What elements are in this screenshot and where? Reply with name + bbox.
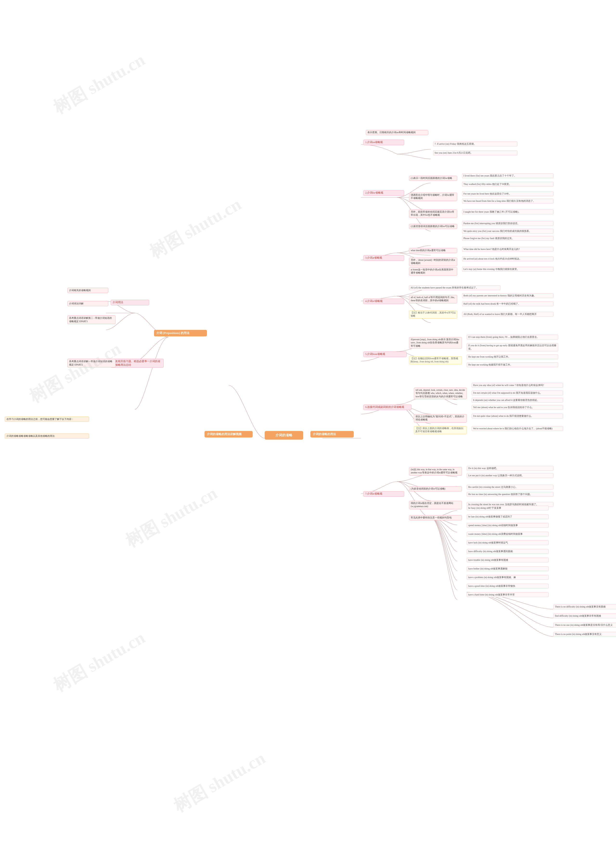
s3-3-ex1: Let's stay (at) home this evening 今晚我们就留… — [462, 267, 553, 272]
right-main-label: 介词的省略的用法 — [313, 432, 336, 436]
s2-1-ex2: They walked (for) fifty miles 他们走了50英里。 — [462, 182, 553, 187]
left-main-node: 介词的省略的用法讲解视频 — [204, 431, 253, 438]
s6-1: tell ask, depend, look, certain, clear, … — [414, 388, 467, 399]
s7-item-11: have a hard time (in) doing sth做某事非常辛苦 — [467, 592, 548, 597]
s5-note: 【注】在物以后到from通常不省略规，形势规则(keep...from doin… — [409, 356, 462, 364]
s2-1-ex1: I lived there (for) ten years 我在那儿住了十个年了… — [462, 173, 553, 178]
s7-1-ex2: Let me put it (in) another way 让我换另一种方式说… — [467, 473, 553, 478]
left-sub-1-1: 介词相关的省略规则 — [68, 288, 108, 293]
right-main-node: 介词的省略的用法 — [310, 431, 354, 438]
s4-1: all of, both of, half of等不用冠词的句子, like, … — [409, 295, 457, 303]
s1-ex1: 7. If arrive (on) Friday 我将抵达五星期。 — [433, 142, 517, 147]
s6-note-ex1: We're worried about where he is 我们担心他在什么… — [471, 426, 563, 431]
s7-4: 常见此类中要特别注意一些规则句型包 — [409, 515, 462, 520]
s6-1-ex2: I'm not certain (of) what I'm supposed t… — [471, 391, 563, 395]
s7-1-ex1: Do it (in) this way 这样做吧。 — [467, 466, 553, 471]
s5-1: if/prevent [stop]...from doing sth表示 某些介… — [409, 337, 462, 349]
left-branch-1: 介词用法 — [111, 300, 149, 305]
bottom-2: find difficulty (in) doing sth做某事非常有困难 — [553, 613, 616, 618]
bottom-3: There is no use (in) doing sth做某事是没有用/没什… — [553, 623, 616, 627]
s4-ex0: All (of) the students have passed the ex… — [409, 285, 501, 290]
s6-note: 【注】前以上面的介词的省略例，在其他如以及不可省后有省略规省略 — [414, 426, 467, 434]
s2-4: (2)某些形容词后面跟着的介词for可以省略 — [409, 224, 457, 229]
s2-1: (1)表示一段时间后面跟着的介词for省略 — [409, 176, 457, 181]
page-container: 树图 shutu.cn 树图 shutu.cn 树图 shutu.cn 树图 s… — [0, 0, 616, 868]
left-subfooter: 介词的省略省略省略省略以及其他省略的用法 — [5, 433, 89, 439]
s6-1-ex4: Tell me (about) what he said to you 告诉我他… — [471, 405, 563, 410]
s2-4-ex3: Please forgive me (for) my fault 请原谅我的过失… — [462, 236, 553, 241]
s1-desc: 表示星期、日期相关的介词on和时间省略规则 — [366, 130, 428, 135]
s2-3-ex1: I taught her for three years 我教了她三年 (不可以… — [462, 210, 553, 214]
s7-1: (in)以 this way, in that way, in the same… — [409, 467, 462, 476]
s6-2: 前以上以明确化为"疑问词+不定式"，其前的介词也省略规 — [414, 414, 467, 422]
s7-item-3: spend money [time] (in) doing sth花钱时间做某事 — [467, 523, 548, 528]
s7-item-8: have bother (in) doing sth做某事遇麻烦 — [467, 566, 548, 571]
s7-item-6: have difficulty (in) doing sth做某事遇到困难 — [467, 549, 548, 554]
connector-lines — [0, 0, 616, 868]
s5-1-ex1: If I can stop them (from) going there, I… — [467, 335, 558, 339]
s4-node: 4.介词of省略规 — [363, 299, 404, 304]
s7-2-ex2: He lost no time (in) answering the quest… — [467, 492, 553, 497]
s7-node: 7.介词in省略规 — [363, 491, 404, 497]
s5-node: 5.介词from省略规 — [363, 351, 407, 357]
s2-2: 强调意念介绍中明与省略时，介词for通常不省略规则 — [409, 193, 457, 201]
left-branch-2: 智友相关练习题、精选必要率一介词的省略省略用法总结 — [111, 359, 163, 368]
s2-4-ex1: Pardon me (for) interrupting you 请原谅我打扰你… — [462, 221, 553, 226]
s6-1-ex1: Have you any idea (of) when he will come… — [471, 383, 563, 388]
s6-node: 6.连接代词或副词前的介词省略规 — [363, 405, 412, 410]
left-sub-1-2: 介词词法详解 — [68, 301, 108, 306]
s1-ex2: See you (on) June 21st 6月21日见吧。 — [433, 150, 517, 155]
s7-item-1: be busy (in) doing sth忙于某某事 — [467, 506, 548, 510]
left-footer: 在学习小词的省略的用法之前，您可能会想要了解下以下内容： — [5, 417, 89, 422]
center-label: 介词的省略 — [275, 433, 292, 437]
bottom-4: There is no point (in) doing sth做某事没有意义 — [553, 632, 616, 636]
s3-3: at home这一短语中的介词at在美国英语中通常省略规则 — [409, 267, 457, 276]
s7-3: 得的介词in现在否定，因是在不某道网站(w.ygrammar.com) — [409, 501, 462, 509]
s5-note-ex1: He kept me from working 他不让我工作。 — [467, 354, 558, 359]
s7-item-10: have a good time (in) doing sth做某事非常愉快 — [467, 584, 548, 588]
s7-2: (为多音动词前的介词in可以省略) — [409, 486, 462, 491]
s4-1-ex2: Half (of) the milk had been drunk 有一半牛奶已… — [462, 301, 553, 306]
left-sub-2-1: 高考重点词语讲解一常做介词短语的省略规定 EPART2 — [68, 359, 115, 367]
s5-note-ex2: He kept me working 他雇我不得不做工作。 — [467, 362, 558, 367]
s1-node: 1.介词on省略规 — [363, 140, 404, 145]
s4-note-ex1: All (Both, Half) of us wanted to leave 我… — [462, 312, 553, 317]
s3-1: what time前的介词at通常可以省略 — [409, 248, 457, 253]
s6-1-ex3: It depends (on) whether you can afford i… — [471, 398, 563, 403]
s7-item-7: have trouble (in) doing sth做某事有困难 — [467, 558, 548, 562]
s2-3: 另外，前前常使的动词后接宾语介词for常常出现，其中for也不省略规 — [409, 210, 457, 218]
s5-1-ex2: If you do it (from) having to get up ear… — [467, 343, 558, 351]
s3-1-ex1: What time did he leave here? 他是什么时候离开这儿的… — [462, 247, 553, 252]
left-sub-1-3: 高考重点词语讲解第二 - 常做介词短语的省略规定 EPART1 — [68, 315, 115, 324]
bottom-1: There is no difficulty (in) doing sth做某事… — [553, 604, 616, 609]
s3-2-ex1: He arrived (at) about ten o'clock 他大约在10… — [462, 257, 553, 261]
s4-note: 【注】相当于人称代词前，其前中of不可以省略 — [409, 310, 457, 318]
s7-item-9: have a problem (in) doing sth做某事有困难、麻 — [467, 575, 548, 580]
s2-node: 2.介词for省略规 — [363, 190, 404, 196]
mindmap: 介词的省略 介词的省略的用法讲解视频 介词的省略的用法 介词 (Preposit… — [0, 0, 616, 868]
s3-2: 另外，'about [around] +时刻的词'前的介词at省略规则 — [409, 258, 457, 266]
left-prepositions-root: 介词 (Prepositions) 的用法 — [154, 330, 207, 336]
s7-2-ex1: Be careful (in) crossing the street 过马路要… — [467, 485, 553, 490]
s2-4-ex2: We quite envy you (for) your success 我们对… — [462, 229, 553, 233]
s3-node: 3.介词at省略规 — [363, 255, 404, 261]
s6-2-ex1: I'm not quite clear (about) what to do 我… — [471, 414, 563, 419]
left-main-label: 介词的省略的用法讲解视频 — [207, 432, 242, 436]
s7-item-2: be late (in) doing sth做某事做慢了或迟到了 — [467, 514, 548, 519]
s4-1-ex1: Both (of) my parents are interested in h… — [462, 293, 553, 298]
s7-item-4: waste money [time] (in) doing sth浪费金钱时间做… — [467, 532, 548, 536]
s2-2-ex1: For ten years he lived here 他在这里住了10年。 — [462, 191, 553, 196]
s2-2-ex2: We have not heard from him for a long ti… — [462, 198, 553, 203]
s7-item-5: have luck (in) doing sth做某事时很运气 — [467, 540, 548, 545]
center-node: 介词的省略 — [265, 431, 303, 440]
